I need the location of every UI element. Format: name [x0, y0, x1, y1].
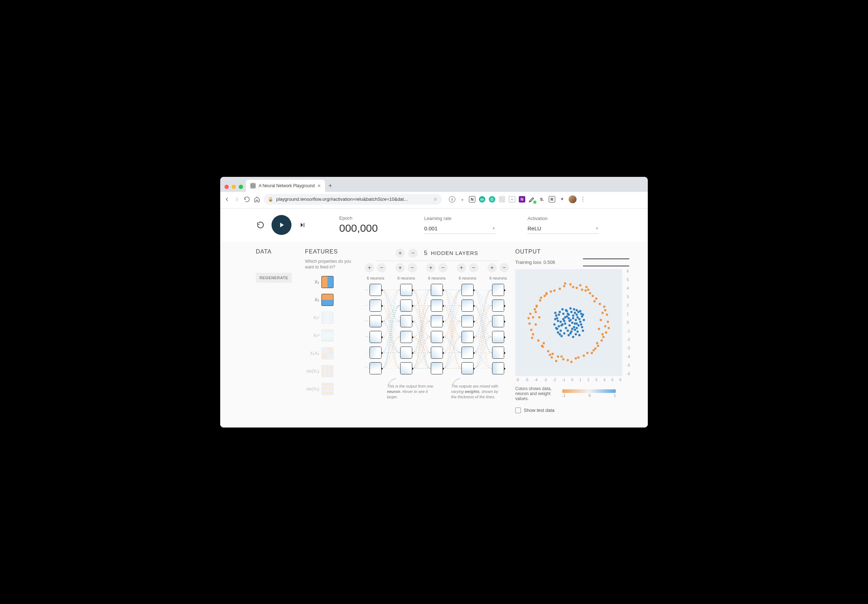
- hidden-layers-label: HIDDEN LAYERS: [431, 250, 478, 256]
- ext-plus-icon[interactable]: +: [509, 196, 515, 202]
- close-window-icon[interactable]: [225, 185, 229, 189]
- neuron-node[interactable]: [492, 362, 504, 374]
- feature-row[interactable]: X₁: [305, 276, 358, 288]
- play-button[interactable]: [271, 215, 291, 235]
- ext-grid-icon[interactable]: [499, 196, 505, 202]
- remove-neuron-button[interactable]: −: [438, 263, 448, 272]
- remove-neuron-button[interactable]: −: [499, 263, 509, 272]
- ext-grammarly-icon[interactable]: G: [489, 196, 495, 202]
- add-neuron-button[interactable]: +: [426, 263, 436, 272]
- browser-tab[interactable]: A Neural Network Playground ×: [246, 180, 325, 192]
- feature-label: X₁X₂: [305, 351, 319, 356]
- neuron-node[interactable]: [431, 315, 443, 327]
- ext-picker-icon[interactable]: [529, 196, 535, 202]
- neuron-node[interactable]: [492, 315, 504, 327]
- add-neuron-button[interactable]: +: [487, 263, 497, 272]
- svg-point-79: [532, 316, 534, 318]
- feature-thumbnail[interactable]: [321, 329, 333, 342]
- add-neuron-button[interactable]: +: [395, 263, 405, 272]
- activation-dropdown[interactable]: ReLU ▼: [527, 223, 598, 234]
- add-neuron-button[interactable]: +: [457, 263, 466, 272]
- profile-avatar[interactable]: [569, 196, 577, 203]
- ext-s-icon[interactable]: S.: [539, 196, 545, 202]
- neuron-node[interactable]: [400, 346, 412, 359]
- nav-forward-icon[interactable]: [234, 196, 240, 202]
- svg-point-62: [559, 333, 561, 335]
- neuron-node[interactable]: [431, 362, 443, 374]
- reset-button[interactable]: [256, 220, 265, 230]
- neuron-node[interactable]: [369, 300, 381, 312]
- ext-puzzle-icon[interactable]: ✦: [559, 196, 565, 202]
- remove-neuron-button[interactable]: −: [469, 263, 478, 272]
- step-button[interactable]: [298, 220, 307, 230]
- neuron-node[interactable]: [492, 331, 504, 343]
- svg-point-122: [607, 321, 609, 323]
- nav-reload-icon[interactable]: [244, 196, 250, 202]
- feature-thumbnail[interactable]: [321, 276, 333, 288]
- feature-row[interactable]: X₂: [305, 294, 358, 306]
- neuron-node[interactable]: [492, 284, 504, 296]
- neuron-node[interactable]: [462, 300, 474, 312]
- ext-info-icon[interactable]: i: [449, 196, 456, 202]
- neuron-node[interactable]: [400, 362, 412, 374]
- bookmark-star-icon[interactable]: ☆: [433, 196, 437, 202]
- feature-thumbnail[interactable]: [321, 365, 333, 377]
- top-controls: Epoch 000,000 Learning rate 0.001 ▼ Acti…: [220, 209, 648, 241]
- neuron-node[interactable]: [369, 284, 381, 296]
- regenerate-button[interactable]: REGENERATE: [256, 273, 292, 283]
- neuron-node[interactable]: [462, 362, 474, 374]
- neuron-node[interactable]: [400, 284, 412, 296]
- ext-r-icon[interactable]: R: [549, 196, 555, 202]
- feature-row[interactable]: sin(X₁): [305, 365, 358, 377]
- feature-thumbnail[interactable]: [321, 347, 333, 359]
- remove-neuron-button[interactable]: −: [377, 263, 386, 272]
- neuron-node[interactable]: [492, 346, 504, 359]
- neuron-node[interactable]: [431, 331, 443, 343]
- ext-onenote-icon[interactable]: N: [519, 196, 525, 202]
- neuron-node[interactable]: [462, 346, 474, 359]
- feature-row[interactable]: X₂²: [305, 329, 358, 342]
- neuron-node[interactable]: [369, 315, 381, 327]
- neuron-node[interactable]: [369, 346, 381, 359]
- maximize-window-icon[interactable]: [239, 185, 243, 189]
- neuron-node[interactable]: [369, 331, 381, 343]
- ext-teal-icon[interactable]: m: [479, 196, 485, 202]
- minimize-window-icon[interactable]: [232, 185, 236, 189]
- feature-row[interactable]: sin(X₂): [305, 383, 358, 395]
- neuron-node[interactable]: [462, 331, 474, 343]
- feature-row[interactable]: X₁²: [305, 312, 358, 324]
- neuron-node[interactable]: [431, 284, 443, 296]
- neuron-node[interactable]: [462, 315, 474, 327]
- add-layer-button[interactable]: +: [395, 248, 405, 258]
- show-test-data-checkbox[interactable]: [515, 408, 521, 413]
- remove-layer-button[interactable]: −: [408, 248, 418, 258]
- nav-back-icon[interactable]: [224, 196, 230, 202]
- new-tab-button[interactable]: +: [325, 182, 336, 192]
- epoch-label: Epoch: [339, 215, 378, 221]
- neuron-node[interactable]: [369, 362, 381, 374]
- svg-point-100: [603, 305, 605, 307]
- svg-point-78: [604, 325, 606, 327]
- remove-neuron-button[interactable]: −: [408, 263, 417, 272]
- feature-thumbnail[interactable]: [321, 294, 333, 306]
- feature-thumbnail[interactable]: [321, 312, 333, 324]
- neuron-node[interactable]: [400, 331, 412, 343]
- tab-close-icon[interactable]: ×: [318, 183, 320, 189]
- neuron-node[interactable]: [492, 300, 504, 312]
- feature-thumbnail[interactable]: [321, 383, 333, 395]
- neuron-node[interactable]: [400, 315, 412, 327]
- feature-row[interactable]: X₁X₂: [305, 347, 358, 359]
- neuron-node[interactable]: [431, 300, 443, 312]
- neuron-node[interactable]: [400, 300, 412, 312]
- neuron-node[interactable]: [431, 346, 443, 359]
- learning-rate-dropdown[interactable]: 0.001 ▼: [424, 223, 495, 234]
- neuron-node[interactable]: [462, 284, 474, 296]
- ext-notion-icon[interactable]: N: [469, 196, 475, 202]
- address-bar[interactable]: 🔒 playground.tensorflow.org/#activation=…: [264, 194, 442, 205]
- add-neuron-button[interactable]: +: [365, 263, 374, 272]
- chrome-menu-icon[interactable]: ⋮: [580, 196, 586, 202]
- ext-pocket-icon[interactable]: ⌄: [459, 196, 465, 202]
- nav-home-icon[interactable]: [254, 196, 260, 202]
- svg-point-71: [575, 322, 578, 325]
- svg-point-84: [598, 303, 601, 305]
